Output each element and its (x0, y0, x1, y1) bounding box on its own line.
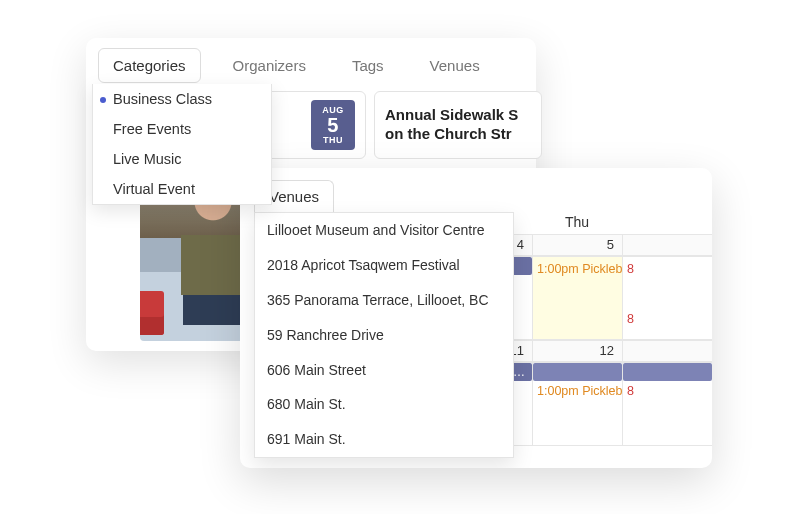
event-band[interactable] (533, 363, 622, 381)
venue-item[interactable]: 606 Main Street (255, 353, 513, 388)
category-item[interactable]: Virtual Event (93, 174, 271, 204)
event-band[interactable] (623, 363, 712, 381)
venues-dropdown: Lillooet Museum and Visitor Centre 2018 … (254, 212, 514, 458)
event-title: Annual Sidewalk S on the Church Str (385, 106, 531, 144)
tab-organizers[interactable]: Organizers (219, 49, 320, 82)
bullet-icon (100, 97, 106, 103)
category-item[interactable]: Free Events (93, 114, 271, 144)
category-label: Virtual Event (113, 181, 195, 197)
venue-item[interactable]: 365 Panorama Terrace, Lillooet, BC (255, 283, 513, 318)
category-label: Business Class (113, 91, 212, 107)
day-number[interactable]: 12 (532, 340, 622, 362)
categories-dropdown: Business Class Free Events Live Music Vi… (92, 84, 272, 205)
day-number[interactable]: 5 (532, 234, 622, 256)
category-label: Free Events (113, 121, 191, 137)
venue-item[interactable]: 2018 Apricot Tsaqwem Festival (255, 248, 513, 283)
badge-day: 5 (327, 115, 339, 135)
day-cell[interactable]: 8 (622, 362, 712, 446)
weekday-fri (622, 208, 712, 236)
tab-tags[interactable]: Tags (338, 49, 398, 82)
cal-event[interactable]: 8 (623, 311, 712, 327)
cal-event[interactable]: 8 (623, 261, 712, 277)
venue-item[interactable]: 691 Main St. (255, 422, 513, 457)
date-badge: AUG 5 THU (311, 100, 355, 150)
weekday-thu: Thu (532, 208, 622, 236)
day-number[interactable] (622, 234, 712, 256)
tab-categories[interactable]: Categories (98, 48, 201, 83)
calendar-card: Thu 4 5 ildh… od For ve 1:00pm Picklebal… (240, 168, 712, 468)
day-number[interactable] (622, 340, 712, 362)
category-item[interactable]: Business Class (93, 84, 271, 114)
badge-dow: THU (323, 135, 343, 145)
cal-event[interactable]: 1:00pm Pickleball (533, 261, 622, 277)
tab-venues[interactable]: Venues (416, 49, 494, 82)
filter-tabs: Categories Organizers Tags Venues (92, 44, 530, 87)
category-label: Live Music (113, 151, 182, 167)
venue-item[interactable]: Abundance Artisan Bakery (255, 457, 513, 458)
category-item[interactable]: Live Music (93, 144, 271, 174)
event-card[interactable]: Annual Sidewalk S on the Church Str (374, 91, 542, 159)
day-cell[interactable]: 1:00pm Pickleball (532, 256, 622, 340)
day-cell[interactable]: 8 8 (622, 256, 712, 340)
venue-item[interactable]: 680 Main St. (255, 387, 513, 422)
cal-event[interactable]: 1:00pm Pickleball (533, 383, 622, 399)
venue-item[interactable]: Lillooet Museum and Visitor Centre (255, 213, 513, 248)
cal-event[interactable]: 8 (623, 383, 712, 399)
day-cell[interactable]: 1:00pm Pickleball (532, 362, 622, 446)
venue-item[interactable]: 59 Ranchree Drive (255, 318, 513, 353)
